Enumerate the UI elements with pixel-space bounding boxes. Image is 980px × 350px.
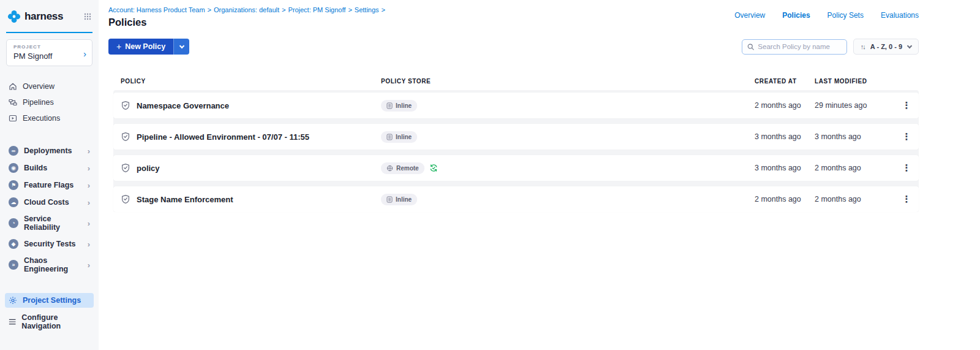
sidebar-item-label: Configure Navigation — [21, 313, 90, 330]
new-policy-dropdown-button[interactable] — [173, 39, 189, 55]
last-modified-cell: 3 months ago — [815, 132, 894, 141]
sidebar-module-item[interactable]: ◉ Builds › — [0, 159, 99, 177]
created-at-cell: 2 months ago — [755, 101, 815, 110]
pipelines-icon — [9, 98, 17, 107]
table-row[interactable]: policy — [113, 155, 919, 181]
breadcrumb-project[interactable]: Project: PM Signoff — [288, 6, 345, 13]
module-icon: ◆ — [9, 239, 18, 249]
kebab-menu-icon[interactable]: ⋮ — [902, 100, 911, 110]
module-label: Security Tests — [24, 240, 76, 248]
nav-link-policy-sets[interactable]: Policy Sets — [827, 11, 864, 20]
chevron-right-icon: › — [88, 164, 90, 173]
main-content: Account: Harness Product Team>Organizati… — [99, 0, 980, 350]
sort-arrows-icon: ↑↓ — [861, 43, 865, 50]
nav-link-policies[interactable]: Policies — [782, 11, 810, 20]
sort-dropdown[interactable]: ↑↓ A - Z, 0 - 9 — [853, 39, 919, 55]
chevron-right-icon: › — [88, 146, 90, 156]
app-launcher-grid-icon[interactable] — [84, 13, 91, 20]
project-selector[interactable]: PROJECT PM Signoff › — [6, 39, 92, 66]
breadcrumb-settings[interactable]: Settings — [355, 6, 379, 13]
chevron-down-icon — [179, 43, 184, 48]
sidebar-module-item[interactable]: ☁ Cloud Costs › — [0, 194, 99, 211]
home-icon — [9, 82, 17, 91]
breadcrumb-account[interactable]: Account: Harness Product Team — [108, 6, 205, 13]
inline-doc-icon — [386, 196, 393, 203]
last-modified-cell: 29 minutes ago — [815, 101, 894, 110]
sidebar-nav: Overview Pipelines Executions — [0, 78, 99, 126]
sidebar-item-label: Pipelines — [23, 98, 54, 107]
policy-shield-check-icon — [121, 101, 130, 110]
sidebar-module-item[interactable]: ∞ Deployments › — [0, 142, 99, 159]
project-name: PM Signoff — [13, 51, 78, 61]
inline-doc-icon — [386, 134, 393, 140]
column-header-policy-store: POLICY STORE — [381, 78, 755, 85]
sidebar-item-executions[interactable]: Executions — [0, 110, 99, 126]
policy-name-cell: Namespace Governance — [113, 101, 381, 110]
breadcrumb-organization[interactable]: Organizations: default — [214, 6, 279, 13]
store-badge-label: Inline — [396, 196, 412, 203]
sidebar-item-pipelines[interactable]: Pipelines — [0, 94, 99, 110]
policy-name-cell: Stage Name Enforcement — [113, 194, 381, 204]
chevron-right-icon: › — [88, 198, 90, 207]
sort-label: A - Z, 0 - 9 — [870, 43, 902, 50]
project-label: PROJECT — [13, 44, 78, 50]
table-row[interactable]: Pipeline - Allowed Environment - 07/07 -… — [113, 124, 919, 150]
sidebar-item-label: Executions — [23, 114, 60, 123]
store-badge-label: Inline — [396, 102, 412, 109]
module-label: Cloud Costs — [24, 198, 69, 207]
nav-link-overview[interactable]: Overview — [734, 11, 765, 20]
executions-icon — [9, 114, 17, 123]
breadcrumb-separator: > — [348, 6, 352, 13]
sidebar-divider — [6, 32, 92, 33]
policy-store-cell: Inline — [381, 100, 755, 112]
policy-name: Namespace Governance — [137, 101, 229, 110]
breadcrumb-separator: > — [208, 6, 211, 13]
store-badge-label: Inline — [396, 134, 412, 140]
sidebar-item-label: Project Settings — [23, 296, 81, 305]
sidebar-item-project-settings[interactable]: Project Settings — [5, 293, 94, 308]
sidebar-modules: ∞ Deployments › ◉ Builds › ⚑ Feature Fla… — [0, 142, 99, 277]
kebab-menu-icon[interactable]: ⋮ — [902, 162, 911, 173]
policy-name: Stage Name Enforcement — [137, 195, 233, 204]
sidebar-module-item[interactable]: ◔ Service Reliability › — [0, 211, 99, 235]
module-label: Feature Flags — [24, 181, 74, 189]
policy-shield-check-icon — [121, 163, 130, 173]
policy-name: Pipeline - Allowed Environment - 07/07 -… — [137, 132, 309, 142]
harness-logo-icon — [7, 10, 21, 23]
plus-icon: + — [116, 42, 121, 51]
chevron-right-icon: › — [88, 240, 90, 249]
column-header-policy: POLICY — [113, 78, 381, 85]
nav-link-evaluations[interactable]: Evaluations — [881, 11, 919, 20]
policy-name: policy — [137, 164, 160, 173]
search-input[interactable] — [758, 43, 841, 50]
module-icon: ∞ — [9, 146, 18, 156]
table-body: Namespace Governance — [113, 90, 919, 212]
store-badge: Inline — [381, 131, 417, 143]
new-policy-button[interactable]: + New Policy — [108, 39, 173, 55]
sidebar-module-item[interactable]: ⚑ Feature Flags › — [0, 177, 99, 194]
sidebar-item-overview[interactable]: Overview — [0, 78, 99, 94]
last-modified-cell: 2 months ago — [815, 164, 894, 172]
store-badge: Inline — [381, 100, 417, 112]
chevron-right-icon: › — [88, 261, 90, 270]
logo-row: harness — [0, 0, 99, 29]
module-label: Deployments — [24, 146, 72, 155]
chevron-down-icon — [907, 43, 912, 48]
module-icon: ◔ — [9, 218, 18, 228]
chevron-right-icon: › — [88, 181, 90, 190]
sidebar-module-item[interactable]: » Chaos Engineering › — [0, 253, 99, 277]
table-row[interactable]: Namespace Governance — [113, 93, 919, 118]
sidebar-item-label: Overview — [23, 82, 55, 91]
sidebar-module-item[interactable]: ◆ Security Tests › — [0, 235, 99, 253]
kebab-menu-icon[interactable]: ⋮ — [902, 131, 911, 142]
sidebar-item-configure-navigation[interactable]: Configure Navigation — [5, 310, 94, 333]
store-badge: Inline — [381, 194, 417, 205]
kebab-menu-icon[interactable]: ⋮ — [902, 194, 911, 204]
page-header: Account: Harness Product Team>Organizati… — [99, 0, 980, 28]
toolbar: + New Policy ↑↓ A - Z, 0 - 9 — [108, 39, 919, 55]
row-menu-cell: ⋮ — [894, 162, 919, 173]
policy-store-cell: Remote — [381, 162, 755, 174]
sidebar: harness PROJECT PM Signoff › — [0, 0, 99, 350]
created-at-cell: 3 months ago — [755, 132, 815, 141]
table-row[interactable]: Stage Name Enforcement — [113, 186, 919, 212]
